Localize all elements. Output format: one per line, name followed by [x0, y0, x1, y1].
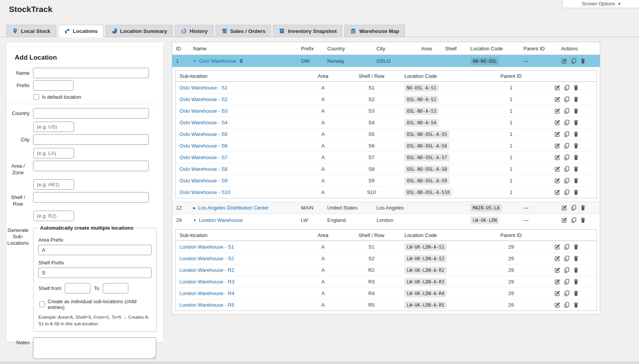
- edit-icon[interactable]: [554, 278, 561, 285]
- tab-local-stock[interactable]: Local Stock: [6, 25, 56, 37]
- screen-options-button[interactable]: Screen Options ▼: [562, 0, 639, 8]
- sublocation-name-link[interactable]: London Warehouse - S1: [180, 244, 234, 250]
- copy-icon[interactable]: [563, 119, 570, 126]
- expand-caret-icon[interactable]: ▶: [193, 206, 196, 210]
- edit-icon[interactable]: [554, 108, 561, 114]
- copy-icon[interactable]: [563, 96, 570, 103]
- trash-icon[interactable]: [573, 131, 579, 137]
- trash-icon[interactable]: [573, 189, 579, 196]
- edit-icon[interactable]: [554, 290, 561, 297]
- edit-icon[interactable]: [554, 267, 561, 273]
- trash-icon[interactable]: [573, 119, 579, 126]
- shelf-code-field[interactable]: [33, 211, 74, 221]
- sublocation-name-link[interactable]: Oslo Warehouse - S6: [180, 143, 228, 149]
- edit-icon[interactable]: [554, 255, 561, 262]
- trash-icon[interactable]: [573, 143, 579, 149]
- area-prefix-field[interactable]: [38, 245, 152, 255]
- tab-sales-orders[interactable]: Sales / Orders: [216, 25, 271, 37]
- city-code-field[interactable]: [33, 148, 74, 158]
- trash-icon[interactable]: [573, 177, 579, 184]
- sublocation-name-link[interactable]: Oslo Warehouse - S1: [180, 85, 228, 91]
- copy-icon[interactable]: [563, 108, 570, 114]
- trash-icon[interactable]: [573, 108, 579, 114]
- trash-icon[interactable]: [580, 217, 586, 223]
- location-name-link[interactable]: London Warehouse: [199, 217, 243, 223]
- country-code-field[interactable]: [33, 122, 74, 132]
- sublocation-name-link[interactable]: London Warehouse - S2: [180, 256, 234, 261]
- edit-icon[interactable]: [561, 217, 568, 223]
- trash-icon[interactable]: [573, 96, 579, 103]
- country-field[interactable]: [33, 108, 149, 118]
- copy-icon[interactable]: [563, 177, 570, 184]
- prefix-field[interactable]: [33, 80, 74, 91]
- edit-icon[interactable]: [554, 131, 561, 137]
- trash-icon[interactable]: [580, 204, 586, 211]
- location-name-link[interactable]: Los Angeles Distribution Center: [198, 205, 269, 211]
- edit-icon[interactable]: [554, 96, 561, 103]
- shelf-from-field[interactable]: [65, 283, 90, 294]
- trash-icon[interactable]: [573, 267, 579, 273]
- copy-icon[interactable]: [563, 154, 570, 161]
- copy-icon[interactable]: [570, 204, 577, 211]
- sublocation-name-link[interactable]: London Warehouse - R4: [180, 290, 234, 296]
- sublocation-name-link[interactable]: Oslo Warehouse - S4: [180, 120, 228, 125]
- copy-icon[interactable]: [563, 244, 570, 250]
- copy-icon[interactable]: [570, 217, 577, 223]
- copy-icon[interactable]: [563, 302, 570, 308]
- trash-icon[interactable]: [573, 278, 579, 285]
- trash-icon[interactable]: [573, 244, 579, 250]
- copy-icon[interactable]: [563, 255, 570, 262]
- sublocation-name-link[interactable]: Oslo Warehouse - S9: [180, 178, 228, 184]
- shelf-row-field[interactable]: [33, 192, 149, 203]
- edit-icon[interactable]: [554, 244, 561, 250]
- copy-icon[interactable]: [563, 84, 570, 91]
- sublocation-name-link[interactable]: London Warehouse - R5: [180, 302, 234, 308]
- trash-icon[interactable]: [580, 58, 586, 64]
- sublocation-name-link[interactable]: London Warehouse - R3: [180, 279, 234, 285]
- trash-icon[interactable]: [573, 302, 579, 308]
- collapse-caret-icon[interactable]: ▼: [193, 218, 197, 222]
- shelf-to-field[interactable]: [103, 283, 128, 294]
- sublocation-name-link[interactable]: Oslo Warehouse - S2: [180, 96, 228, 102]
- copy-icon[interactable]: [563, 278, 570, 285]
- tab-location-summary[interactable]: Location Summary: [105, 25, 173, 37]
- area-code-field[interactable]: [33, 179, 74, 190]
- edit-icon[interactable]: [561, 204, 568, 211]
- copy-icon[interactable]: [563, 267, 570, 273]
- edit-icon[interactable]: [554, 302, 561, 308]
- copy-icon[interactable]: [563, 166, 570, 172]
- area-zone-field[interactable]: [33, 161, 149, 171]
- sublocation-name-link[interactable]: Oslo Warehouse - S3: [180, 108, 228, 114]
- copy-icon[interactable]: [570, 58, 577, 64]
- copy-icon[interactable]: [563, 143, 570, 149]
- individual-sublocations-checkbox[interactable]: [39, 301, 45, 307]
- trash-icon[interactable]: [573, 84, 579, 91]
- tab-inventory-snapshot[interactable]: Inventory Snapshot: [273, 25, 342, 37]
- edit-icon[interactable]: [554, 177, 561, 184]
- location-name-link[interactable]: Oslo Warehouse: [199, 58, 236, 64]
- edit-icon[interactable]: [561, 58, 568, 64]
- edit-icon[interactable]: [554, 154, 561, 161]
- trash-icon[interactable]: [573, 154, 579, 161]
- sublocation-name-link[interactable]: Oslo Warehouse - S7: [180, 155, 228, 160]
- trash-icon[interactable]: [573, 166, 579, 172]
- city-field[interactable]: [33, 134, 149, 145]
- copy-icon[interactable]: [563, 131, 570, 137]
- notes-field[interactable]: [33, 337, 156, 359]
- sublocation-name-link[interactable]: Oslo Warehouse - S10: [180, 189, 230, 195]
- sublocation-name-link[interactable]: Oslo Warehouse - S8: [180, 166, 228, 172]
- copy-icon[interactable]: [563, 189, 570, 196]
- trash-icon[interactable]: [573, 290, 579, 297]
- trash-icon[interactable]: [573, 255, 579, 262]
- sublocation-name-link[interactable]: London Warehouse - R2: [180, 267, 234, 273]
- collapse-caret-icon[interactable]: ▼: [193, 59, 197, 63]
- copy-icon[interactable]: [563, 290, 570, 297]
- tab-locations[interactable]: Locations: [58, 25, 104, 38]
- tab-warehouse-map[interactable]: Warehouse Map: [344, 25, 405, 37]
- name-field[interactable]: [33, 68, 149, 78]
- edit-icon[interactable]: [554, 84, 561, 91]
- is-default-checkbox[interactable]: [33, 94, 39, 100]
- edit-icon[interactable]: [554, 143, 561, 149]
- tab-history[interactable]: History: [175, 25, 214, 37]
- sublocation-name-link[interactable]: Oslo Warehouse - S5: [180, 131, 228, 137]
